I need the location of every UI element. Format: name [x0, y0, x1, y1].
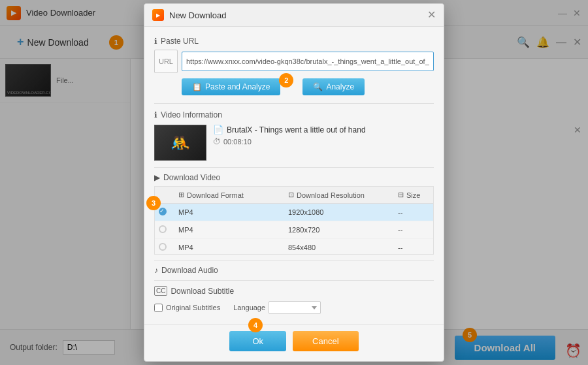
format-col-icon: ⊞ [178, 191, 184, 199]
url-buttons: 📋 Paste and Analyze 2 🔍 Analyze [182, 78, 434, 95]
format-row-3-radio[interactable] [155, 242, 174, 253]
size-col-icon: ⊟ [398, 191, 404, 199]
modal-app-icon: ▶ [152, 9, 164, 21]
step-4-badge: 4 [248, 318, 263, 332]
format-row-2-size: -- [394, 225, 433, 235]
original-subtitles-checkbox[interactable] [154, 304, 163, 312]
format-row-2[interactable]: MP4 1280x720 -- [155, 221, 433, 239]
video-meta: 📄 BrutalX - Things went a little out of … [213, 125, 366, 146]
cc-icon: CC [154, 286, 167, 296]
url-icon-label: URL [159, 57, 173, 65]
radio-unchecked-icon [159, 225, 167, 233]
step-3-badge: 3 [146, 196, 161, 210]
format-row-2-format: MP4 [174, 225, 284, 235]
video-thumb-figure: 🤼 [155, 125, 206, 160]
format-row-2-radio[interactable] [155, 224, 174, 236]
step-2-badge: 2 [279, 73, 293, 87]
modal-body: ℹ Paste URL URL 📋 Paste and Analyze [144, 27, 444, 324]
format-row-3-resolution: 854x480 [284, 242, 394, 253]
info-circle-icon: ℹ [154, 37, 157, 46]
download-video-section: ▶ Download Video ⊞ Download Format [154, 167, 434, 255]
clock-icon: ⏱ [213, 137, 221, 146]
paste-icon: 📋 [192, 82, 202, 91]
file-icon: 📄 [213, 125, 223, 135]
language-select[interactable] [269, 301, 321, 314]
format-row-1[interactable]: MP4 1920x1080 -- [155, 204, 433, 221]
modal-footer: 4 Ok Cancel [144, 324, 444, 361]
format-row-3-format: MP4 [174, 242, 284, 253]
info-icon: ℹ [154, 110, 157, 119]
radio-checked-icon [159, 208, 167, 215]
ok-button[interactable]: Ok [229, 331, 286, 351]
download-video-header: ▶ Download Video [154, 173, 434, 182]
format-row-2-resolution: 1280x720 [284, 225, 394, 235]
original-subtitles-label: Original Subtitles [166, 304, 220, 311]
url-input[interactable] [182, 52, 434, 71]
modal-titlebar-left: ▶ New Download [152, 9, 226, 21]
video-info-content: 🤼 📄 BrutalX - Things went a little out o… [154, 125, 434, 161]
video-thumbnail: 🤼 [154, 125, 206, 161]
format-row-1-resolution: 1920x1080 [284, 207, 394, 217]
cancel-button[interactable]: Cancel [293, 331, 358, 351]
download-audio-section: ♪ Download Audio [154, 260, 434, 275]
paste-analyze-button[interactable]: 📋 Paste and Analyze [182, 78, 280, 95]
modal-close-button[interactable]: ✕ [427, 10, 436, 20]
language-label: Language [233, 304, 265, 311]
film-icon: ▶ [154, 173, 160, 182]
modal-titlebar: ▶ New Download ✕ [144, 4, 444, 27]
app-window: ▶ Video Downloader — ✕ + New Download 1 … [0, 0, 588, 365]
format-table-header: ⊞ Download Format ⊡ Download Resolution … [155, 187, 433, 204]
original-subtitles-group: Original Subtitles [154, 304, 220, 312]
resolution-col-header: ⊡ Download Resolution [284, 189, 394, 200]
video-thumb-icon: 🤼 [171, 134, 190, 152]
resolution-col-icon: ⊡ [288, 191, 294, 199]
video-info-section: ℹ Video Information 🤼 📄 BrutalX [154, 103, 434, 161]
download-subtitle-header: CC Download Subtitle [154, 286, 434, 296]
audio-icon: ♪ [154, 266, 158, 275]
format-row-1-size: -- [394, 207, 433, 217]
format-table-scroll[interactable]: ⊞ Download Format ⊡ Download Resolution … [154, 186, 434, 255]
subtitle-controls: Original Subtitles Language [154, 301, 434, 314]
format-row-1-format: MP4 [174, 207, 284, 217]
new-download-modal: ▶ New Download ✕ ℹ Paste URL URL [144, 3, 444, 362]
video-info-header: ℹ Video Information [154, 110, 434, 119]
format-col-header: ⊞ Download Format [174, 189, 284, 200]
analyze-button[interactable]: 🔍 Analyze [302, 78, 365, 95]
search-icon: 🔍 [313, 82, 323, 91]
video-title: 📄 BrutalX - Things went a little out of … [213, 125, 366, 135]
url-icon-box: URL [154, 50, 178, 73]
language-group: Language [233, 301, 321, 314]
format-row-3-size: -- [394, 242, 433, 253]
size-col-header: ⊟ Size [394, 189, 433, 200]
format-row-3[interactable]: MP4 854x480 -- [155, 239, 433, 255]
paste-url-section: ℹ Paste URL URL 📋 Paste and Analyze [154, 37, 434, 95]
modal-overlay: ▶ New Download ✕ ℹ Paste URL URL [0, 0, 588, 365]
modal-title: New Download [169, 10, 226, 20]
download-subtitle-section: CC Download Subtitle Original Subtitles … [154, 280, 434, 314]
radio-unchecked-icon-2 [159, 243, 167, 251]
url-input-row: URL [154, 50, 434, 73]
video-duration: ⏱ 00:08:10 [213, 137, 366, 146]
download-audio-header: ♪ Download Audio [154, 266, 434, 275]
paste-url-label: ℹ Paste URL [154, 37, 434, 46]
